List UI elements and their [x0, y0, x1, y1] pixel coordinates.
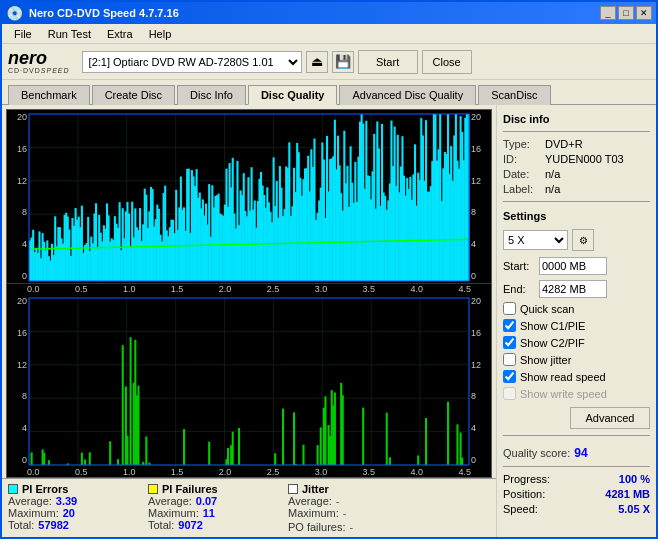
show-write-speed-label: Show write speed	[520, 388, 607, 400]
chart1-container: 201612840 201612840	[7, 110, 491, 284]
tab-create-disc[interactable]: Create Disc	[92, 85, 175, 105]
tab-bar: Benchmark Create Disc Disc Info Disc Qua…	[2, 80, 656, 105]
main-content: 201612840 201612840 0.00.51.01.52.02.53.…	[2, 105, 656, 537]
stats-row: PI Errors Average:3.39 Maximum:20 Total:…	[2, 478, 496, 537]
tab-scandisc[interactable]: ScanDisc	[478, 85, 550, 105]
show-write-speed-checkbox[interactable]	[503, 387, 516, 400]
show-c1-pie-label: Show C1/PIE	[520, 320, 585, 332]
progress-label: Progress:	[503, 473, 550, 485]
disc-label-val: n/a	[545, 183, 560, 195]
drive-selector[interactable]: [2:1] Optiarc DVD RW AD-7280S 1.01	[82, 51, 302, 73]
start-label: Start:	[503, 260, 535, 272]
menu-bar: File Run Test Extra Help	[2, 24, 656, 44]
end-input[interactable]	[539, 280, 607, 298]
jitter-avg: -	[336, 495, 340, 507]
title-bar: 💿 Nero CD-DVD Speed 4.7.7.16 _ □ ✕	[2, 2, 656, 24]
start-input[interactable]	[539, 257, 607, 275]
menu-run-test[interactable]: Run Test	[40, 24, 99, 44]
settings-title: Settings	[503, 210, 650, 222]
quality-score-label: Quality score:	[503, 447, 570, 459]
advanced-button[interactable]: Advanced	[570, 407, 650, 429]
po-failures-label: PO failures:	[288, 521, 345, 533]
menu-extra[interactable]: Extra	[99, 24, 141, 44]
position-label: Position:	[503, 488, 545, 500]
tab-benchmark[interactable]: Benchmark	[8, 85, 90, 105]
speed-selector[interactable]: 5 X 4 X 8 X Max	[503, 230, 568, 250]
progress-value: 100 %	[619, 473, 650, 485]
stat-pi-errors: PI Errors Average:3.39 Maximum:20 Total:…	[8, 483, 128, 533]
save-button[interactable]: 💾	[332, 51, 354, 73]
speed-value: 5.05 X	[618, 503, 650, 515]
chart2-x-labels: 0.00.51.01.52.02.53.03.54.04.5	[7, 467, 491, 477]
logo-nero-text: nero	[8, 49, 47, 67]
position-value: 4281 MB	[605, 488, 650, 500]
quick-scan-label: Quick scan	[520, 303, 574, 315]
show-c2-pif-checkbox[interactable]	[503, 336, 516, 349]
stat-pi-failures: PI Failures Average:0.07 Maximum:11 Tota…	[148, 483, 268, 533]
main-window: 💿 Nero CD-DVD Speed 4.7.7.16 _ □ ✕ File …	[0, 0, 658, 539]
jitter-color	[288, 484, 298, 494]
toolbar: nero CD·DVDSPEED [2:1] Optiarc DVD RW AD…	[2, 44, 656, 80]
show-read-speed-label: Show read speed	[520, 371, 606, 383]
tab-advanced-disc-quality[interactable]: Advanced Disc Quality	[339, 85, 476, 105]
show-c1-pie-checkbox[interactable]	[503, 319, 516, 332]
window-title: Nero CD-DVD Speed 4.7.7.16	[29, 7, 179, 19]
chart2-container: 201612840 201612840	[7, 294, 491, 467]
pi-failures-avg: 0.07	[196, 495, 217, 507]
window-controls: _ □ ✕	[600, 6, 652, 20]
po-failures-val: -	[349, 521, 353, 533]
eject-button[interactable]: ⏏	[306, 51, 328, 73]
pi-failures-label: PI Failures	[162, 483, 218, 495]
pi-failures-max: 11	[203, 507, 215, 519]
pi-errors-total: 57982	[38, 519, 69, 531]
show-c2-pif-label: Show C2/PIF	[520, 337, 585, 349]
tab-disc-quality[interactable]: Disc Quality	[248, 85, 338, 105]
pi-errors-color	[8, 484, 18, 494]
settings-icon-button[interactable]: ⚙	[572, 229, 594, 251]
disc-info-title: Disc info	[503, 113, 650, 125]
pi-failures-color	[148, 484, 158, 494]
disc-id: YUDEN000 T03	[545, 153, 624, 165]
logo-sub-text: CD·DVDSPEED	[8, 67, 70, 74]
end-label: End:	[503, 283, 535, 295]
close-app-button[interactable]: Close	[422, 50, 472, 74]
quick-scan-checkbox[interactable]	[503, 302, 516, 315]
jitter-max: -	[343, 507, 347, 519]
right-panel: Disc info Type: DVD+R ID: YUDEN000 T03 D…	[496, 105, 656, 537]
speed-label: Speed:	[503, 503, 538, 515]
disc-date: n/a	[545, 168, 560, 180]
show-jitter-label: Show jitter	[520, 354, 571, 366]
pi-errors-label: PI Errors	[22, 483, 68, 495]
charts-area: 201612840 201612840 0.00.51.01.52.02.53.…	[6, 109, 492, 478]
chart1-canvas	[7, 110, 491, 283]
start-button[interactable]: Start	[358, 50, 418, 74]
chart2-canvas	[7, 294, 491, 467]
maximize-button[interactable]: □	[618, 6, 634, 20]
stat-jitter: Jitter Average:- Maximum:- PO failures: …	[288, 483, 408, 533]
pi-failures-total: 9072	[178, 519, 202, 531]
charts-stats-panel: 201612840 201612840 0.00.51.01.52.02.53.…	[2, 105, 496, 537]
quality-score-value: 94	[574, 446, 587, 460]
minimize-button[interactable]: _	[600, 6, 616, 20]
tab-disc-info[interactable]: Disc Info	[177, 85, 246, 105]
pi-errors-avg: 3.39	[56, 495, 77, 507]
logo: nero CD·DVDSPEED	[8, 49, 70, 74]
pi-errors-max: 20	[63, 507, 75, 519]
chart1-x-labels: 0.00.51.01.52.02.53.03.54.04.5	[7, 284, 491, 294]
disc-type: DVD+R	[545, 138, 583, 150]
close-button[interactable]: ✕	[636, 6, 652, 20]
show-jitter-checkbox[interactable]	[503, 353, 516, 366]
show-read-speed-checkbox[interactable]	[503, 370, 516, 383]
menu-file[interactable]: File	[6, 24, 40, 44]
menu-help[interactable]: Help	[141, 24, 180, 44]
jitter-label: Jitter	[302, 483, 329, 495]
